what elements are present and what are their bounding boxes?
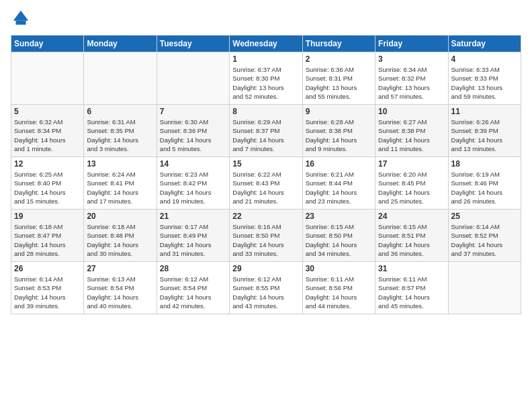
calendar-cell: 27Sunrise: 6:13 AM Sunset: 8:54 PM Dayli… <box>84 262 157 314</box>
day-info: Sunrise: 6:24 AM Sunset: 8:41 PM Dayligh… <box>87 170 153 205</box>
day-number: 25 <box>451 212 518 221</box>
weekday-header-saturday: Saturday <box>448 36 521 52</box>
day-number: 13 <box>87 159 153 169</box>
day-number: 2 <box>306 54 372 64</box>
calendar-cell: 14Sunrise: 6:23 AM Sunset: 8:42 PM Dayli… <box>157 157 229 210</box>
calendar-cell: 18Sunrise: 6:19 AM Sunset: 8:46 PM Dayli… <box>448 157 521 210</box>
day-number: 19 <box>14 212 81 221</box>
day-info: Sunrise: 6:15 AM Sunset: 8:51 PM Dayligh… <box>378 222 445 258</box>
calendar-week-1: 1Sunrise: 6:37 AM Sunset: 8:30 PM Daylig… <box>11 52 521 105</box>
calendar-cell <box>11 52 84 105</box>
day-number: 17 <box>378 159 445 169</box>
logo <box>11 8 34 28</box>
day-info: Sunrise: 6:20 AM Sunset: 8:45 PM Dayligh… <box>378 170 445 205</box>
day-info: Sunrise: 6:31 AM Sunset: 8:35 PM Dayligh… <box>87 118 153 153</box>
day-number: 27 <box>87 264 153 273</box>
calendar-cell: 3Sunrise: 6:34 AM Sunset: 8:32 PM Daylig… <box>375 52 448 105</box>
day-number: 4 <box>451 54 518 64</box>
day-info: Sunrise: 6:13 AM Sunset: 8:54 PM Dayligh… <box>87 275 153 310</box>
day-number: 5 <box>14 107 81 116</box>
calendar-cell: 11Sunrise: 6:26 AM Sunset: 8:39 PM Dayli… <box>448 105 521 157</box>
day-info: Sunrise: 6:17 AM Sunset: 8:49 PM Dayligh… <box>160 222 226 258</box>
weekday-header-monday: Monday <box>84 36 157 52</box>
day-info: Sunrise: 6:14 AM Sunset: 8:53 PM Dayligh… <box>14 275 81 310</box>
day-number: 12 <box>14 159 81 169</box>
calendar-cell: 25Sunrise: 6:14 AM Sunset: 8:52 PM Dayli… <box>448 210 521 262</box>
calendar-cell: 17Sunrise: 6:20 AM Sunset: 8:45 PM Dayli… <box>375 157 448 210</box>
day-number: 30 <box>306 264 372 273</box>
calendar-cell <box>157 52 229 105</box>
calendar-cell: 29Sunrise: 6:12 AM Sunset: 8:55 PM Dayli… <box>230 262 302 314</box>
day-number: 20 <box>87 212 153 221</box>
day-info: Sunrise: 6:21 AM Sunset: 8:44 PM Dayligh… <box>306 170 372 205</box>
calendar-cell: 2Sunrise: 6:36 AM Sunset: 8:31 PM Daylig… <box>302 52 375 105</box>
calendar-body: 1Sunrise: 6:37 AM Sunset: 8:30 PM Daylig… <box>11 52 521 314</box>
day-number: 3 <box>378 54 445 64</box>
calendar-header-row: SundayMondayTuesdayWednesdayThursdayFrid… <box>11 36 521 52</box>
day-info: Sunrise: 6:22 AM Sunset: 8:43 PM Dayligh… <box>232 170 299 205</box>
calendar-cell: 4Sunrise: 6:33 AM Sunset: 8:33 PM Daylig… <box>448 52 521 105</box>
calendar-cell: 30Sunrise: 6:11 AM Sunset: 8:56 PM Dayli… <box>302 262 375 314</box>
day-number: 29 <box>232 264 299 273</box>
page-container: SundayMondayTuesdayWednesdayThursdayFrid… <box>0 0 532 320</box>
day-number: 26 <box>14 264 81 273</box>
day-info: Sunrise: 6:25 AM Sunset: 8:40 PM Dayligh… <box>14 170 81 205</box>
day-info: Sunrise: 6:30 AM Sunset: 8:36 PM Dayligh… <box>160 118 226 153</box>
day-info: Sunrise: 6:36 AM Sunset: 8:31 PM Dayligh… <box>306 65 372 101</box>
logo-icon <box>11 8 31 28</box>
calendar-cell: 5Sunrise: 6:32 AM Sunset: 8:34 PM Daylig… <box>11 105 84 157</box>
day-info: Sunrise: 6:27 AM Sunset: 8:38 PM Dayligh… <box>378 118 445 153</box>
calendar-cell: 1Sunrise: 6:37 AM Sunset: 8:30 PM Daylig… <box>230 52 302 105</box>
day-info: Sunrise: 6:29 AM Sunset: 8:37 PM Dayligh… <box>232 118 299 153</box>
calendar-table: SundayMondayTuesdayWednesdayThursdayFrid… <box>11 35 521 314</box>
calendar-cell: 24Sunrise: 6:15 AM Sunset: 8:51 PM Dayli… <box>375 210 448 262</box>
calendar-cell: 20Sunrise: 6:18 AM Sunset: 8:48 PM Dayli… <box>84 210 157 262</box>
day-info: Sunrise: 6:23 AM Sunset: 8:42 PM Dayligh… <box>160 170 226 205</box>
day-info: Sunrise: 6:18 AM Sunset: 8:48 PM Dayligh… <box>87 222 153 258</box>
day-number: 22 <box>232 212 299 221</box>
day-number: 10 <box>378 107 445 116</box>
calendar-cell <box>84 52 157 105</box>
weekday-header-thursday: Thursday <box>302 36 375 52</box>
day-number: 1 <box>232 54 299 64</box>
day-number: 11 <box>451 107 518 116</box>
weekday-header-friday: Friday <box>375 36 448 52</box>
calendar-cell: 16Sunrise: 6:21 AM Sunset: 8:44 PM Dayli… <box>302 157 375 210</box>
day-info: Sunrise: 6:14 AM Sunset: 8:52 PM Dayligh… <box>451 222 518 258</box>
day-info: Sunrise: 6:15 AM Sunset: 8:50 PM Dayligh… <box>306 222 372 258</box>
calendar-cell: 31Sunrise: 6:11 AM Sunset: 8:57 PM Dayli… <box>375 262 448 314</box>
weekday-header-tuesday: Tuesday <box>157 36 229 52</box>
calendar-cell: 6Sunrise: 6:31 AM Sunset: 8:35 PM Daylig… <box>84 105 157 157</box>
day-info: Sunrise: 6:19 AM Sunset: 8:46 PM Dayligh… <box>451 170 518 205</box>
day-info: Sunrise: 6:26 AM Sunset: 8:39 PM Dayligh… <box>451 118 518 153</box>
day-info: Sunrise: 6:37 AM Sunset: 8:30 PM Dayligh… <box>232 65 299 101</box>
day-info: Sunrise: 6:11 AM Sunset: 8:56 PM Dayligh… <box>306 275 372 310</box>
day-number: 24 <box>378 212 445 221</box>
calendar-week-4: 19Sunrise: 6:18 AM Sunset: 8:47 PM Dayli… <box>11 210 521 262</box>
day-number: 8 <box>232 107 299 116</box>
calendar-cell: 8Sunrise: 6:29 AM Sunset: 8:37 PM Daylig… <box>230 105 302 157</box>
day-info: Sunrise: 6:34 AM Sunset: 8:32 PM Dayligh… <box>378 65 445 101</box>
day-info: Sunrise: 6:11 AM Sunset: 8:57 PM Dayligh… <box>378 275 445 310</box>
day-info: Sunrise: 6:33 AM Sunset: 8:33 PM Dayligh… <box>451 65 518 101</box>
day-number: 28 <box>160 264 226 273</box>
calendar-cell: 21Sunrise: 6:17 AM Sunset: 8:49 PM Dayli… <box>157 210 229 262</box>
calendar-week-2: 5Sunrise: 6:32 AM Sunset: 8:34 PM Daylig… <box>11 105 521 157</box>
day-info: Sunrise: 6:18 AM Sunset: 8:47 PM Dayligh… <box>14 222 81 258</box>
calendar-cell: 10Sunrise: 6:27 AM Sunset: 8:38 PM Dayli… <box>375 105 448 157</box>
calendar-cell: 15Sunrise: 6:22 AM Sunset: 8:43 PM Dayli… <box>230 157 302 210</box>
svg-rect-1 <box>16 21 26 25</box>
weekday-header-sunday: Sunday <box>11 36 84 52</box>
day-number: 21 <box>160 212 226 221</box>
day-info: Sunrise: 6:12 AM Sunset: 8:55 PM Dayligh… <box>232 275 299 310</box>
day-number: 23 <box>306 212 372 221</box>
calendar-cell: 26Sunrise: 6:14 AM Sunset: 8:53 PM Dayli… <box>11 262 84 314</box>
calendar-cell: 23Sunrise: 6:15 AM Sunset: 8:50 PM Dayli… <box>302 210 375 262</box>
calendar-cell <box>448 262 521 314</box>
day-info: Sunrise: 6:16 AM Sunset: 8:50 PM Dayligh… <box>232 222 299 258</box>
day-info: Sunrise: 6:32 AM Sunset: 8:34 PM Dayligh… <box>14 118 81 153</box>
day-number: 14 <box>160 159 226 169</box>
calendar-cell: 12Sunrise: 6:25 AM Sunset: 8:40 PM Dayli… <box>11 157 84 210</box>
day-number: 31 <box>378 264 445 273</box>
calendar-week-5: 26Sunrise: 6:14 AM Sunset: 8:53 PM Dayli… <box>11 262 521 314</box>
